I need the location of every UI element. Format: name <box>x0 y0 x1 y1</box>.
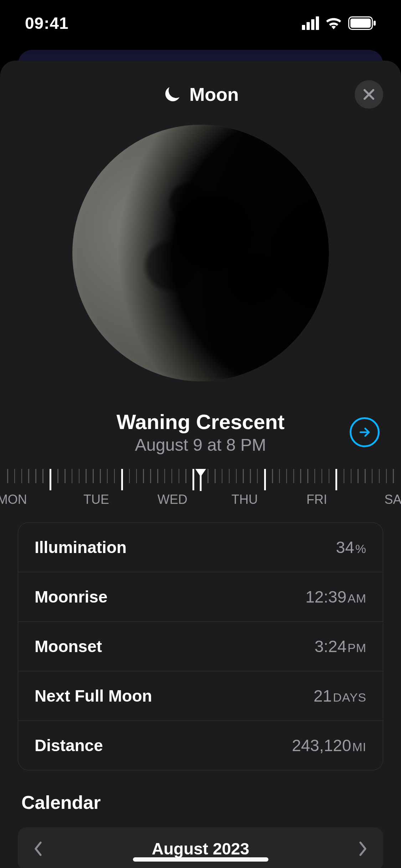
stats-value: 243,120MI <box>292 736 366 755</box>
ruler-day-label: FRI <box>307 492 327 507</box>
next-month-button[interactable] <box>358 841 367 856</box>
ruler-tick <box>358 469 359 483</box>
stats-label: Next Full Moon <box>35 686 152 706</box>
ruler-pointer-icon <box>195 469 206 477</box>
ruler-tick <box>192 469 194 490</box>
cell-signal-icon <box>302 16 319 30</box>
phase-name: Waning Crescent <box>0 410 401 434</box>
stats-label: Moonset <box>35 637 102 656</box>
ruler-tick <box>7 469 8 483</box>
home-indicator[interactable] <box>133 857 268 862</box>
ruler-tick <box>150 469 151 483</box>
ruler-tick <box>314 469 315 483</box>
ruler-day-label: THU <box>231 492 258 507</box>
stats-label: Moonrise <box>35 587 107 606</box>
stats-value: 34% <box>336 538 366 557</box>
ruler-tick <box>100 469 101 483</box>
ruler-tick <box>207 469 209 483</box>
close-icon <box>361 87 376 102</box>
ruler-tick <box>236 469 237 483</box>
ruler-tick <box>229 469 230 483</box>
stats-label: Distance <box>35 736 103 755</box>
ruler-tick <box>107 469 108 483</box>
ruler-tick <box>86 469 87 483</box>
ruler-tick <box>351 469 352 483</box>
stats-value: 3:24PM <box>314 637 366 656</box>
ruler-tick <box>79 469 80 483</box>
ruler-tick <box>307 469 308 483</box>
ruler-tick <box>35 469 36 483</box>
sheet-header: Moon <box>0 78 401 110</box>
moon-render <box>72 125 329 381</box>
ruler-tick <box>322 469 323 483</box>
page-title: Moon <box>189 84 239 105</box>
ruler-tick <box>393 469 394 483</box>
ruler-tick <box>386 469 387 483</box>
stats-row: Moonset3:24PM <box>18 621 383 671</box>
ruler-day-label: WED <box>158 492 187 507</box>
svg-rect-2 <box>374 21 376 26</box>
ruler-tick <box>179 469 180 483</box>
ruler-tick <box>300 469 301 483</box>
stats-label: Illumination <box>35 538 127 557</box>
ruler-tick <box>143 469 144 483</box>
ruler-tick <box>57 469 58 483</box>
ruler-tick <box>42 469 43 483</box>
stats-row: Distance243,120MI <box>18 720 383 770</box>
prev-month-button[interactable] <box>34 841 43 856</box>
forward-button[interactable] <box>350 417 380 447</box>
ruler-tick <box>372 469 373 483</box>
ruler-tick <box>157 469 158 483</box>
ruler-tick <box>93 469 94 483</box>
month-navigator: August 2023 <box>18 827 383 868</box>
ruler-tick <box>215 469 216 483</box>
clock: 09:41 <box>25 14 69 33</box>
ruler-tick <box>279 469 280 483</box>
ruler-tick <box>50 469 51 490</box>
ruler-tick <box>257 469 258 483</box>
ruler-tick <box>264 469 266 490</box>
ruler-tick <box>286 469 287 483</box>
ruler-tick <box>14 469 15 483</box>
svg-rect-1 <box>350 19 371 28</box>
moon-sheet: Moon Waning Crescent August 9 at 8 PM <box>0 61 401 868</box>
ruler-day-label: TUE <box>83 492 109 507</box>
moon-icon <box>162 84 182 104</box>
stats-card: Illumination34%Moonrise12:39AMMoonset3:2… <box>18 522 383 770</box>
ruler-tick <box>293 469 294 483</box>
phase-datetime: August 9 at 8 PM <box>0 435 401 455</box>
wifi-icon <box>325 17 342 30</box>
stats-row: Illumination34% <box>18 523 383 572</box>
stats-value: 21DAYS <box>314 686 366 706</box>
ruler-tick <box>129 469 130 483</box>
battery-icon <box>348 16 376 30</box>
ruler-tick <box>222 469 223 483</box>
ruler-tick <box>335 469 337 490</box>
stats-row: Next Full Moon21DAYS <box>18 671 383 720</box>
calendar-heading: Calendar <box>21 792 380 813</box>
ruler-day-label: SA <box>384 492 401 507</box>
ruler-day-label: MON <box>0 492 27 507</box>
ruler-tick <box>121 469 123 490</box>
close-button[interactable] <box>355 80 383 109</box>
ruler-tick <box>171 469 173 483</box>
month-label[interactable]: August 2023 <box>152 839 250 858</box>
ruler-tick <box>379 469 380 483</box>
ruler-tick <box>114 469 115 483</box>
ruler-tick <box>344 469 345 483</box>
ruler-tick <box>185 469 186 483</box>
ruler-tick <box>272 469 273 483</box>
ruler-tick <box>72 469 73 483</box>
ruler-tick <box>250 469 251 483</box>
ruler-tick <box>21 469 22 483</box>
time-ruler[interactable]: MONTUEWEDTHUFRISA <box>0 469 401 512</box>
ruler-tick <box>365 469 366 483</box>
ruler-tick <box>28 469 29 483</box>
ruler-tick <box>329 469 330 483</box>
ruler-tick <box>164 469 165 483</box>
stats-value: 12:39AM <box>305 587 366 606</box>
ruler-tick <box>65 469 66 483</box>
ruler-tick <box>243 469 244 483</box>
status-bar: 09:41 <box>0 0 401 46</box>
stats-row: Moonrise12:39AM <box>18 572 383 621</box>
